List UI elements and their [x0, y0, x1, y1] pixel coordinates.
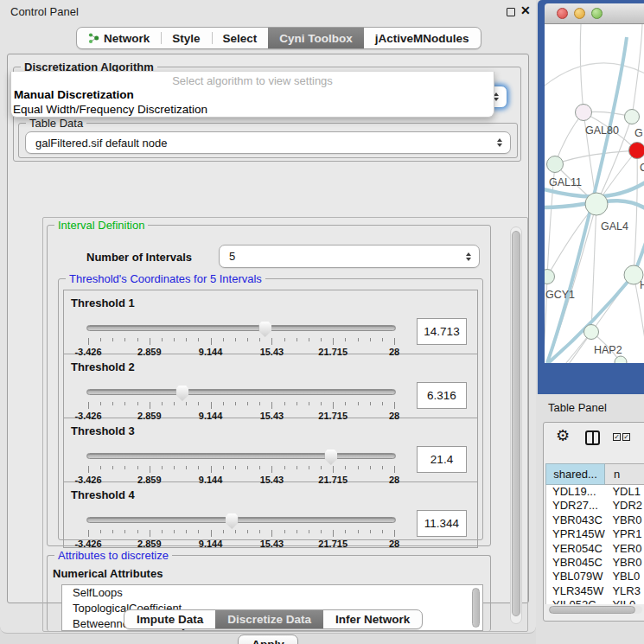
network-edge[interactable] [634, 150, 637, 275]
dropdown-option-equal-width[interactable]: Equal Width/Frequency Discretization [13, 103, 207, 116]
slider-thumb[interactable] [324, 450, 337, 465]
threshold-value-field[interactable]: 14.713 [417, 318, 467, 345]
table-data-value: galFiltered.sif default node [35, 137, 167, 150]
table-rows[interactable]: YDL19...YDL1YDR27...YDR2YBR043CYBR0YPR14… [545, 485, 644, 604]
table-row[interactable]: YPR145WYPR1 [546, 527, 644, 541]
network-edge[interactable] [555, 150, 637, 164]
tab-style[interactable]: Style [161, 28, 211, 48]
tick-mark [137, 530, 138, 533]
tick-mark [186, 530, 187, 533]
settings-scrollbar[interactable] [510, 226, 522, 624]
network-canvas[interactable]: GAL80GCGAL11GAL4GCY1HHAP2 [545, 24, 644, 363]
network-node[interactable] [585, 193, 608, 215]
slider-thumb[interactable] [226, 513, 239, 529]
tick-mark [124, 338, 125, 341]
tick-mark [309, 402, 309, 405]
threshold-slider[interactable]: -3.4262.8599.14415.4321.71528 [86, 513, 396, 545]
tick-mark [211, 466, 212, 473]
network-edge[interactable] [580, 24, 583, 112]
network-node[interactable] [545, 270, 555, 284]
tick-mark [112, 466, 113, 469]
close-icon[interactable]: ✕ [520, 3, 531, 17]
dropdown-option-manual-discretization[interactable]: Manual Discretization [14, 88, 134, 101]
threshold-slider[interactable]: -3.4262.8599.14415.4321.71528 [86, 322, 396, 353]
apply-button[interactable]: Apply [238, 634, 298, 644]
network-edge[interactable] [545, 63, 644, 89]
network-edge[interactable] [555, 112, 583, 164]
tab-select[interactable]: Select [212, 28, 269, 48]
network-node[interactable] [547, 156, 564, 173]
table-hscrollbar[interactable] [549, 606, 642, 614]
table-row[interactable]: YBL079WYBL0 [546, 570, 644, 583]
tab-cyni-toolbox[interactable]: Cyni Toolbox [268, 28, 364, 48]
column-visibility-icons[interactable]: ✓ ✓ [613, 433, 630, 441]
tick-mark [370, 338, 371, 341]
slider-track[interactable] [86, 453, 396, 459]
close-traffic-light-icon[interactable] [557, 8, 568, 19]
network-edge[interactable] [632, 24, 642, 117]
split-columns-icon[interactable] [585, 430, 600, 445]
gear-icon[interactable]: ⚙ [556, 428, 570, 443]
tab-jactivemnodules[interactable]: jActiveMNodules [364, 28, 481, 48]
hscrollbar-thumb[interactable] [549, 606, 635, 614]
tab-infer-network[interactable]: Infer Network [323, 610, 422, 628]
cyni-toolbox-panel: Discretization Algorithm Table Data galF… [7, 54, 529, 603]
network-node[interactable] [576, 105, 592, 121]
network-edge[interactable] [591, 204, 596, 332]
cell-name: YBR0 [605, 513, 644, 527]
tick-mark [235, 466, 236, 469]
column-header-shared-name[interactable]: shared... [545, 463, 605, 485]
list-scrollbar[interactable] [472, 588, 480, 628]
tick-mark [271, 402, 272, 409]
cell-name: YDR2 [605, 499, 644, 513]
table-row[interactable]: YDL19...YDL1 [546, 485, 644, 499]
threshold-slider[interactable]: -3.4262.8599.14415.4321.71528 [86, 386, 396, 417]
tick-mark [150, 530, 150, 537]
threshold-value-field[interactable]: 6.316 [417, 382, 467, 409]
tick-mark [100, 338, 101, 341]
network-node[interactable] [629, 143, 644, 159]
node-label: H [640, 279, 644, 291]
table-row[interactable]: YER054CYER0 [546, 542, 644, 556]
table-row[interactable]: YBR043CYBR0 [546, 513, 644, 527]
network-node[interactable] [625, 110, 640, 124]
slider-thumb[interactable] [258, 322, 271, 337]
slider-track[interactable] [86, 517, 396, 523]
table-row[interactable]: YIL052CYIL0 [546, 598, 644, 604]
network-window-titlebar[interactable] [545, 3, 644, 24]
control-panel-titlebar[interactable]: Control Panel ✕ [0, 0, 536, 22]
network-edge[interactable] [545, 362, 621, 363]
float-window-icon[interactable] [507, 8, 515, 16]
scrollbar-thumb[interactable] [512, 231, 520, 616]
tick-mark [174, 338, 175, 341]
tab-network[interactable]: Network [77, 28, 161, 48]
tab-discretize-data[interactable]: Discretize Data [215, 610, 323, 628]
network-node[interactable] [584, 325, 599, 340]
tick-mark [100, 466, 101, 469]
slider-track[interactable] [86, 389, 396, 395]
slider-track[interactable] [86, 325, 396, 331]
stepper-icon [466, 252, 471, 261]
number-of-intervals-combobox[interactable]: 5 [219, 245, 480, 268]
threshold-value-field[interactable]: 11.344 [417, 510, 467, 537]
column-header-name[interactable]: n [605, 463, 644, 485]
tick-mark [358, 466, 359, 469]
table-row[interactable]: YLR345WYLR3 [546, 584, 644, 598]
threshold-value-field[interactable]: 21.4 [417, 446, 467, 473]
tick-mark [198, 466, 199, 469]
table-row[interactable]: YBR045CYBR0 [546, 556, 644, 570]
stepper-icon [497, 138, 502, 147]
tick-mark [382, 338, 383, 341]
cell-name: YPR1 [605, 527, 644, 541]
slider-thumb[interactable] [175, 386, 188, 401]
table-data-combobox[interactable]: galFiltered.sif default node [25, 131, 511, 154]
zoom-traffic-light-icon[interactable] [591, 8, 603, 19]
minimize-traffic-light-icon[interactable] [574, 8, 585, 19]
tick-mark [296, 338, 297, 341]
tab-impute-data[interactable]: Impute Data [124, 610, 215, 628]
list-item[interactable]: SelfLoops [62, 585, 482, 601]
table-row[interactable]: YDR27...YDR2 [546, 499, 644, 513]
threshold-slider[interactable]: -3.4262.8599.14415.4321.71528 [86, 450, 396, 481]
network-graph[interactable]: GAL80GCGAL11GAL4GCY1HHAP2 [545, 24, 644, 363]
cell-name: YIL0 [605, 598, 644, 604]
